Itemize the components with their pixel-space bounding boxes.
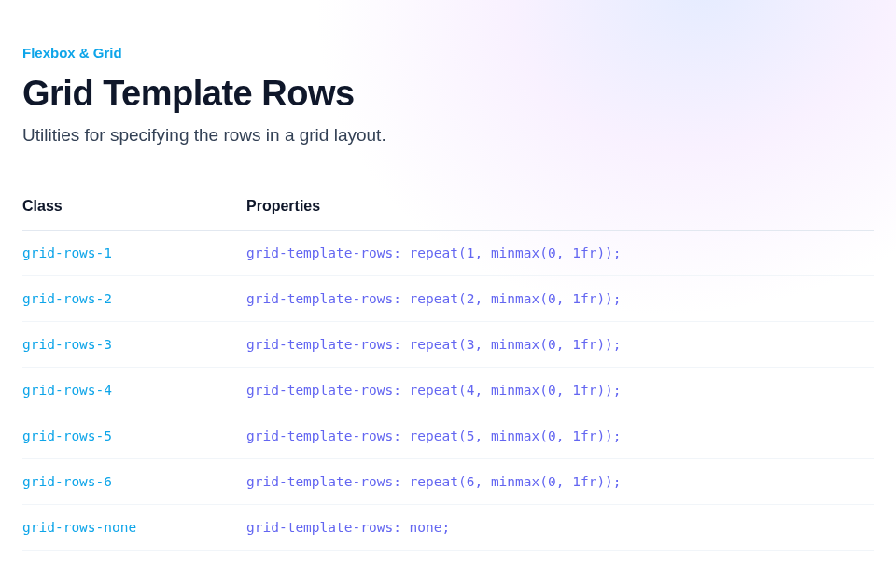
class-cell: grid-rows-2	[22, 276, 246, 322]
class-cell: grid-rows-5	[22, 413, 246, 459]
table-row: grid-rows-3 grid-template-rows: repeat(3…	[22, 322, 874, 368]
class-cell: grid-rows-3	[22, 322, 246, 368]
property-cell: grid-template-rows: repeat(3, minmax(0, …	[246, 322, 874, 368]
column-header-properties: Properties	[246, 198, 874, 231]
table-row: grid-rows-2 grid-template-rows: repeat(2…	[22, 276, 874, 322]
table-row: grid-rows-5 grid-template-rows: repeat(5…	[22, 413, 874, 459]
table-row: grid-rows-none grid-template-rows: none;	[22, 505, 874, 551]
class-cell: grid-rows-6	[22, 459, 246, 505]
class-cell: grid-rows-4	[22, 368, 246, 413]
property-cell: grid-template-rows: none;	[246, 505, 874, 551]
page-subtitle: Utilities for specifying the rows in a g…	[22, 125, 874, 146]
property-cell: grid-template-rows: repeat(6, minmax(0, …	[246, 459, 874, 505]
table-row: grid-rows-1 grid-template-rows: repeat(1…	[22, 231, 874, 276]
page-container: Flexbox & Grid Grid Template Rows Utilit…	[0, 0, 896, 551]
category-label: Flexbox & Grid	[22, 45, 874, 61]
property-cell: grid-template-rows: repeat(4, minmax(0, …	[246, 368, 874, 413]
page-title: Grid Template Rows	[22, 74, 874, 114]
class-cell: grid-rows-none	[22, 505, 246, 551]
utilities-table: Class Properties grid-rows-1 grid-templa…	[22, 198, 874, 551]
column-header-class: Class	[22, 198, 246, 231]
table-row: grid-rows-6 grid-template-rows: repeat(6…	[22, 459, 874, 505]
class-cell: grid-rows-1	[22, 231, 246, 276]
property-cell: grid-template-rows: repeat(2, minmax(0, …	[246, 276, 874, 322]
property-cell: grid-template-rows: repeat(1, minmax(0, …	[246, 231, 874, 276]
table-row: grid-rows-4 grid-template-rows: repeat(4…	[22, 368, 874, 413]
property-cell: grid-template-rows: repeat(5, minmax(0, …	[246, 413, 874, 459]
